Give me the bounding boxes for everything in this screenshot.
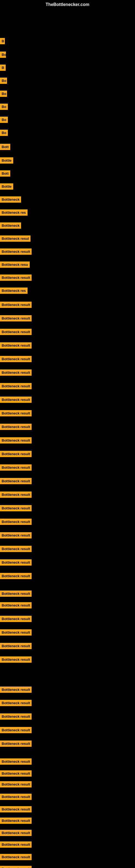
label-item: Bottle [0, 157, 13, 165]
bottleneck-label-46: Bottleneck result [0, 629, 32, 636]
bottleneck-label-60: Bottleneck result [0, 830, 32, 836]
bottleneck-label-6: Bo [0, 91, 7, 97]
bottleneck-label-4: B [0, 65, 6, 71]
bottleneck-label-35: Bottleneck result [0, 478, 32, 484]
label-item: Bottleneck result [0, 248, 32, 256]
label-item: Bottle [0, 183, 13, 191]
bottleneck-label-27: Bottleneck result [0, 369, 32, 376]
label-item: Bottleneck result [0, 275, 32, 282]
label-item: Bottleneck result [0, 590, 32, 598]
label-item: Bottleneck [0, 196, 21, 204]
bottleneck-label-38: Bottleneck result [0, 519, 32, 525]
label-item: Bottleneck result [0, 616, 32, 623]
label-item: Bottleneck res [0, 209, 28, 217]
bottleneck-label-26: Bottleneck result [0, 356, 32, 362]
site-title: TheBottlenecker.com [46, 2, 89, 7]
bottleneck-label-43: Bottleneck result [0, 590, 32, 597]
label-item: Bottleneck result [0, 329, 32, 336]
label-item: Bottleneck result [0, 464, 32, 472]
bottleneck-label-9: Bo [0, 130, 8, 136]
label-item: Bo [0, 104, 8, 111]
bottleneck-label-37: Bottleneck result [0, 505, 32, 511]
bottleneck-label-2: B [0, 38, 5, 44]
bottleneck-label-11: Bottle [0, 157, 13, 163]
bottleneck-label-61: Bottleneck result [0, 841, 32, 848]
bottleneck-label-28: Bottleneck result [0, 383, 32, 389]
bottleneck-label-59: Bottleneck result [0, 817, 32, 824]
label-item: Bottleneck result [0, 573, 32, 580]
label-item: Bottleneck result [0, 758, 32, 766]
label-item: Bottleneck result [0, 854, 32, 861]
label-item: Bottleneck result [0, 356, 32, 363]
bottleneck-label-62: Bottleneck result [0, 854, 32, 860]
bottleneck-label-57: Bottleneck result [0, 794, 32, 800]
bottleneck-label-42: Bottleneck result [0, 573, 32, 579]
label-item: Bottleneck result [0, 478, 32, 485]
label-item: Bottleneck result [0, 451, 32, 458]
label-item: Bottleneck result [0, 727, 32, 734]
bottleneck-label-7: Bo [0, 104, 8, 110]
label-item: Bottleneck result [0, 492, 32, 499]
bottleneck-label-25: Bottleneck result [0, 342, 32, 348]
label-item: Bottleneck result [0, 770, 32, 778]
label-item: Bottleneck result [0, 794, 32, 801]
label-item: Bottleneck result [0, 505, 32, 513]
label-item: Bottleneck result [0, 806, 32, 813]
label-item: Bottleneck result [0, 397, 32, 404]
label-item: Bottleneck result [0, 656, 32, 664]
bottleneck-label-13: Bottle [0, 183, 13, 190]
label-item: Bottleneck result [0, 383, 32, 390]
bottleneck-label-33: Bottleneck result [0, 451, 32, 457]
label-item: Bott [0, 170, 10, 178]
bottleneck-label-16: Bottleneck [0, 222, 21, 229]
bottleneck-label-19: Bottleneck resu [0, 261, 30, 268]
bottleneck-label-55: Bottleneck result [0, 770, 32, 777]
bottleneck-label-63: Bottleneck result [0, 866, 32, 868]
bottleneck-label-17: Bottleneck resul [0, 236, 31, 242]
bottleneck-label-31: Bottleneck result [0, 424, 32, 430]
label-item: Bott [0, 144, 10, 151]
bottleneck-label-29: Bottleneck result [0, 397, 32, 403]
bottleneck-label-49: Bottleneck result [0, 686, 32, 693]
label-item: Bottleneck result [0, 532, 32, 539]
bottleneck-label-18: Bottleneck result [0, 248, 32, 255]
bottleneck-label-34: Bottleneck result [0, 464, 32, 471]
bottleneck-label-41: Bottleneck result [0, 559, 32, 565]
bottleneck-label-15: Bottleneck res [0, 209, 28, 216]
bottleneck-label-47: Bottleneck result [0, 643, 32, 649]
bottleneck-label-39: Bottleneck result [0, 532, 32, 538]
label-item: Bottleneck [0, 222, 21, 230]
label-item: Bottleneck result [0, 866, 32, 868]
bottleneck-label-44: Bottleneck result [0, 602, 32, 609]
bottleneck-label-36: Bottleneck result [0, 492, 32, 498]
label-item: Bottleneck result [0, 315, 32, 322]
label-item: Bottleneck result [0, 342, 32, 350]
label-item: Bottleneck result [0, 602, 32, 610]
bottleneck-label-8: Bo [0, 117, 8, 123]
bottleneck-label-53: Bottleneck result [0, 741, 32, 747]
bottleneck-label-58: Bottleneck result [0, 806, 32, 812]
label-item: Bottleneck result [0, 713, 32, 721]
label-item: Bottleneck result [0, 424, 32, 431]
bottleneck-label-22: Bottleneck result [0, 302, 32, 308]
label-item: Bottleneck result [0, 643, 32, 650]
bottleneck-label-21: Bottleneck res [0, 287, 28, 294]
bottleneck-label-50: Bottleneck result [0, 700, 32, 706]
label-item: Bottleneck result [0, 817, 32, 825]
label-item: Bo [0, 91, 7, 98]
label-item: Bottleneck res [0, 287, 28, 295]
label-item: Bottleneck result [0, 437, 32, 444]
bottleneck-label-51: Bottleneck result [0, 713, 32, 720]
label-item: Bottleneck result [0, 302, 32, 309]
label-item: Bottleneck result [0, 410, 32, 417]
label-item: Bottleneck result [0, 841, 32, 849]
label-item: Bo [0, 78, 7, 85]
bottleneck-label-14: Bottleneck [0, 196, 21, 203]
label-item: Bottleneck result [0, 700, 32, 707]
bottleneck-label-5: Bo [0, 78, 7, 84]
label-item: B [0, 65, 6, 72]
bottleneck-label-56: Bottleneck result [0, 781, 32, 787]
bottleneck-label-12: Bott [0, 170, 10, 177]
bottleneck-label-52: Bottleneck result [0, 727, 32, 733]
bottleneck-label-40: Bottleneck result [0, 546, 32, 552]
